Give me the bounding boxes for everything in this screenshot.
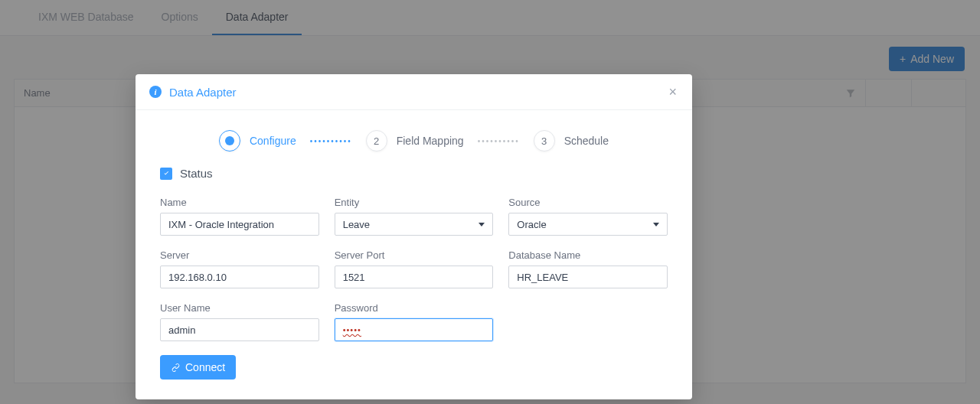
modal-body: Status Name Entity Leave Source Oracle [136,167,692,399]
info-icon: i [149,86,162,98]
status-checkbox[interactable] [160,168,172,180]
user-name-input[interactable] [160,318,319,341]
step-configure[interactable]: Configure [219,130,296,152]
modal-header: i Data Adapter × [136,74,692,110]
step-connector-2: •••••••••• [478,137,520,145]
label-server-port: Server Port [335,249,494,261]
field-name: Name [160,197,319,236]
label-password: Password [335,302,494,314]
step-connector-1: •••••••••• [310,137,352,145]
label-database-name: Database Name [508,249,668,261]
close-icon[interactable]: × [668,85,677,99]
wizard-stepper: Configure •••••••••• 2 Field Mapping •••… [136,110,692,167]
label-server: Server [160,249,319,261]
label-source: Source [508,197,668,208]
field-entity: Entity Leave [335,197,494,236]
field-server-port: Server Port [335,249,494,288]
step-field-mapping[interactable]: 2 Field Mapping [366,130,464,152]
step-1-label: Configure [250,135,296,147]
step-1-circle [219,130,240,152]
label-user-name: User Name [160,302,319,314]
entity-value: Leave [343,219,370,230]
check-icon [162,169,171,178]
status-label: Status [180,167,213,180]
server-input[interactable] [160,266,319,288]
field-user-name: User Name [160,302,319,341]
modal-title-wrap: i Data Adapter [149,86,237,99]
field-database-name: Database Name [508,249,668,288]
password-value: ••••• [343,325,361,334]
database-name-input[interactable] [508,266,668,288]
source-value: Oracle [517,219,546,230]
link-icon [171,363,181,373]
connect-label: Connect [185,361,225,373]
step-3-circle: 3 [534,130,555,152]
empty-cell [508,302,668,341]
chevron-down-icon [479,223,485,226]
step-2-label: Field Mapping [397,135,464,147]
connect-button[interactable]: Connect [160,355,236,380]
label-name: Name [160,197,319,208]
server-port-input[interactable] [335,266,494,288]
name-input[interactable] [160,213,319,236]
field-server: Server [160,249,319,288]
field-password: Password ••••• [335,302,494,341]
status-row: Status [160,167,668,180]
step-schedule[interactable]: 3 Schedule [534,130,609,152]
chevron-down-icon [653,223,659,226]
step-2-circle: 2 [366,130,387,152]
label-entity: Entity [335,197,494,208]
modal-title: Data Adapter [169,86,237,99]
password-input[interactable]: ••••• [335,318,494,341]
entity-select[interactable]: Leave [335,213,494,236]
field-source: Source Oracle [508,197,668,236]
source-select[interactable]: Oracle [508,213,668,236]
form-grid: Name Entity Leave Source Oracle Server [160,197,668,341]
step-3-label: Schedule [564,135,609,147]
data-adapter-modal: i Data Adapter × Configure •••••••••• 2 … [136,74,692,399]
